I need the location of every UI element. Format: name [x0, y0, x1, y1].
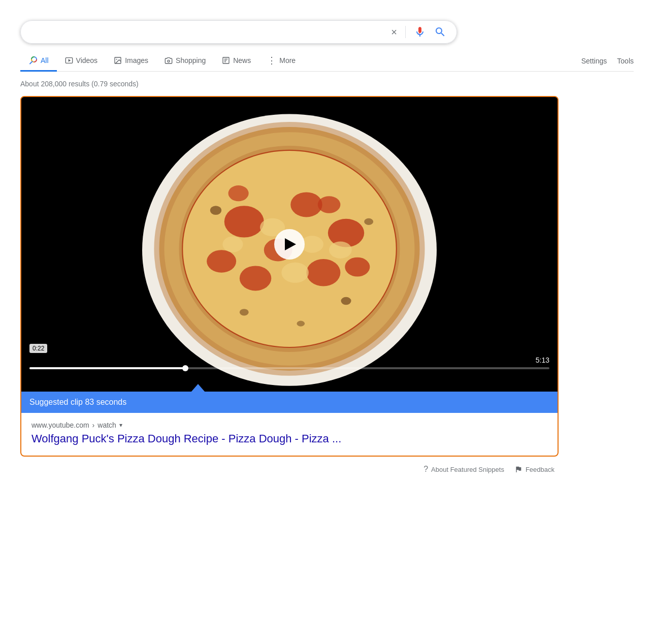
svg-point-38	[297, 321, 305, 327]
all-tab-icon	[28, 56, 38, 65]
about-label: About Featured Snippets	[431, 466, 504, 473]
svg-point-23	[240, 266, 271, 291]
video-player[interactable]: 0:22 5:13	[21, 97, 558, 392]
tools-link[interactable]: Tools	[617, 57, 634, 65]
search-bar: wolfgang puck pizza dough recipe ×	[20, 20, 457, 44]
suggested-clip-text: Suggested clip 83 seconds	[29, 398, 126, 406]
video-timestamp: 0:22	[29, 344, 47, 353]
search-input[interactable]: wolfgang puck pizza dough recipe	[31, 27, 391, 38]
svg-point-32	[222, 236, 243, 252]
search-bar-icons: ×	[391, 26, 446, 38]
svg-point-25	[207, 250, 236, 273]
clip-triangle-indicator	[191, 384, 205, 392]
svg-point-8	[116, 59, 117, 60]
nav-settings: Settings Tools	[581, 52, 634, 70]
play-triangle-icon	[285, 238, 296, 250]
search-submit-icon[interactable]	[434, 26, 446, 38]
svg-point-36	[341, 297, 351, 305]
tab-all-label: All	[41, 56, 49, 65]
images-tab-icon	[114, 56, 122, 65]
card-url: www.youtube.com › watch ▾	[31, 421, 547, 429]
svg-point-34	[210, 206, 221, 215]
progress-bar[interactable]	[29, 367, 549, 369]
tab-more-label: More	[279, 56, 296, 65]
results-count: About 208,000 results (0.79 seconds)	[20, 80, 634, 88]
about-icon: ?	[423, 465, 428, 474]
svg-line-4	[30, 61, 32, 64]
shopping-tab-icon	[165, 56, 173, 65]
tab-images[interactable]: Images	[106, 51, 156, 71]
more-dots-icon: ⋮	[267, 56, 276, 65]
tab-more[interactable]: ⋮ More	[259, 51, 304, 72]
nav-tabs: All Videos Images Shopping News ⋮	[20, 51, 634, 72]
videos-tab-icon	[65, 56, 73, 65]
tab-shopping-label: Shopping	[176, 56, 206, 65]
news-tab-icon	[222, 56, 230, 65]
tab-images-label: Images	[125, 56, 148, 65]
tab-videos[interactable]: Videos	[57, 51, 106, 71]
url-dropdown-icon[interactable]: ▾	[119, 422, 122, 429]
svg-point-28	[345, 257, 370, 277]
svg-point-35	[364, 218, 373, 225]
url-breadcrumb: watch	[97, 421, 116, 429]
play-button[interactable]	[274, 229, 305, 260]
tab-shopping[interactable]: Shopping	[156, 51, 214, 71]
tab-news[interactable]: News	[214, 51, 259, 71]
svg-point-9	[168, 60, 170, 62]
feedback-button[interactable]: Feedback	[514, 465, 554, 473]
url-domain: www.youtube.com	[31, 421, 89, 429]
settings-link[interactable]: Settings	[581, 57, 607, 65]
progress-bar-fill	[29, 367, 185, 369]
video-controls[interactable]	[21, 367, 558, 369]
voice-search-icon[interactable]	[414, 26, 426, 38]
featured-snippet-card: 0:22 5:13 Suggested clip 83 seconds www.…	[20, 96, 559, 457]
svg-marker-6	[68, 59, 71, 61]
svg-point-19	[224, 206, 264, 237]
about-featured-snippets[interactable]: ? About Featured Snippets	[423, 465, 504, 474]
svg-point-22	[306, 259, 340, 286]
url-separator: ›	[92, 421, 95, 429]
svg-point-27	[228, 185, 249, 201]
card-info: www.youtube.com › watch ▾ Wolfgang Puck'…	[21, 413, 558, 456]
tab-all[interactable]: All	[20, 51, 57, 72]
video-title-link[interactable]: Wolfgang Puck's Pizza Dough Recipe - Piz…	[31, 432, 341, 445]
svg-point-31	[281, 263, 309, 283]
feedback-flag-icon	[514, 465, 522, 473]
svg-point-20	[290, 192, 322, 217]
clear-search-icon[interactable]: ×	[391, 26, 397, 38]
tab-videos-label: Videos	[76, 56, 98, 65]
tab-news-label: News	[233, 56, 251, 65]
progress-handle[interactable]	[182, 365, 188, 371]
page-footer: ? About Featured Snippets Feedback	[20, 465, 559, 474]
svg-point-37	[240, 309, 249, 315]
feedback-label: Feedback	[526, 466, 554, 473]
icon-divider	[405, 26, 406, 38]
svg-point-26	[318, 196, 341, 213]
svg-point-33	[329, 241, 352, 258]
video-duration: 5:13	[536, 356, 549, 364]
suggested-clip-banner: Suggested clip 83 seconds	[21, 392, 558, 413]
